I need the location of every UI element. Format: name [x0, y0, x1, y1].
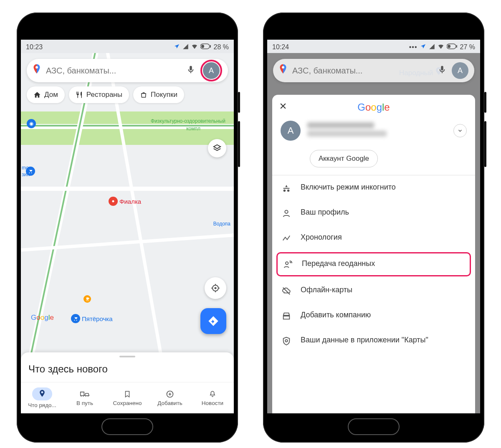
svg-point-7	[215, 287, 217, 289]
search-bar[interactable]: АЗС, банкоматы... А	[27, 59, 228, 82]
poi-shop-icon[interactable]	[26, 167, 35, 176]
directions-icon	[207, 315, 219, 327]
svg-point-14	[285, 210, 288, 213]
svg-point-5	[35, 66, 38, 68]
menu-offline[interactable]: Офлайн-карты	[272, 278, 475, 303]
nav-contribute[interactable]: Добавить	[149, 382, 191, 413]
home-icon	[33, 91, 41, 99]
bottom-nav: Что рядо... В путь Сохранено Добавить Но…	[21, 382, 234, 413]
menu-incognito[interactable]: Включить режим инкогнито	[272, 175, 475, 200]
poi-fialka[interactable]: Фиалка	[109, 197, 141, 206]
directions-button[interactable]	[200, 308, 226, 334]
avatar-highlight: А	[200, 60, 222, 81]
maps-logo-icon	[279, 64, 287, 77]
status-bar: 10:23 28 %	[21, 40, 234, 55]
nav-go[interactable]: В путь	[63, 382, 106, 413]
restaurant-icon	[76, 91, 83, 99]
svg-point-13	[282, 66, 284, 68]
menu-add-business[interactable]: Добавить компанию	[272, 303, 475, 328]
phone-right: 10:24 ••• 27 % Народный	[263, 13, 484, 443]
chevron-down-icon	[457, 128, 463, 134]
sheet-title: Что здесь нового	[28, 363, 226, 375]
status-time: 10:23	[26, 43, 43, 51]
chip-shopping[interactable]: Покупки	[133, 86, 184, 103]
search-placeholder: АЗС, банкоматы...	[292, 66, 433, 76]
bell-icon	[209, 390, 216, 398]
map-label-complex2: компл	[186, 126, 200, 132]
expand-accounts-button[interactable]	[453, 124, 467, 137]
map-label-complex: Физкультурно-оздоровительный	[151, 118, 225, 124]
signal-icon	[429, 43, 435, 51]
locate-button[interactable]	[205, 277, 226, 299]
incognito-icon	[281, 183, 291, 193]
chip-restaurants[interactable]: Рестораны	[69, 86, 129, 103]
sheet-handle[interactable]	[119, 356, 135, 357]
google-logo: Google	[279, 101, 468, 113]
location-icon	[420, 43, 426, 51]
chip-home[interactable]: Дом	[27, 86, 65, 103]
pin-icon	[38, 389, 46, 397]
account-avatar-dim: А	[452, 62, 468, 79]
nav-updates[interactable]: Новости	[191, 382, 234, 413]
shopping-icon	[140, 91, 147, 99]
wifi-icon	[191, 43, 198, 51]
account-row[interactable]: А	[272, 116, 475, 145]
timeline-icon	[281, 233, 291, 243]
poi-blue-pin[interactable]: ◉	[27, 119, 36, 128]
battery-pct: 27 %	[460, 43, 475, 51]
person-icon	[281, 208, 291, 218]
signal-icon	[182, 43, 189, 51]
location-share-icon	[283, 259, 293, 269]
nav-saved[interactable]: Сохранено	[106, 382, 149, 413]
nav-explore[interactable]: Что рядо...	[21, 382, 63, 413]
locate-icon	[210, 283, 220, 293]
menu-timeline[interactable]: Хронология	[272, 225, 475, 251]
mic-icon[interactable]	[186, 65, 195, 76]
location-icon	[174, 43, 180, 51]
layers-button[interactable]	[208, 139, 226, 157]
account-name-blurred	[307, 122, 447, 139]
layers-icon	[213, 144, 222, 153]
battery-pct: 28 %	[214, 43, 229, 51]
bookmark-icon	[124, 390, 131, 398]
status-time: 10:24	[272, 43, 289, 51]
battery-icon	[200, 43, 211, 51]
maps-logo-icon	[33, 64, 41, 77]
battery-icon	[447, 43, 458, 51]
bottom-sheet[interactable]: Что здесь нового	[21, 352, 234, 382]
svg-point-16	[285, 339, 288, 342]
manage-account-button[interactable]: Аккаунт Google	[310, 150, 378, 167]
mic-icon	[438, 65, 447, 76]
category-chips: Дом Рестораны Покупки	[27, 86, 184, 103]
map-label-vodopa: Водопа	[213, 221, 230, 227]
menu-profile[interactable]: Ваш профиль	[272, 200, 475, 225]
svg-rect-10	[448, 45, 450, 48]
poi-cafe-icon[interactable]	[84, 295, 91, 303]
status-bar: 10:24 ••• 27 %	[267, 40, 480, 55]
storefront-icon	[281, 311, 291, 321]
account-sheet: Google А Аккаунт Google	[272, 95, 475, 413]
wifi-icon	[438, 43, 444, 51]
menu-your-data[interactable]: Ваши данные в приложении "Карты"	[272, 328, 475, 353]
screen-right: 10:24 ••• 27 % Народный	[267, 40, 480, 413]
screen-left: 10:23 28 %	[21, 40, 234, 413]
svg-point-4	[112, 200, 114, 202]
svg-rect-2	[210, 45, 211, 48]
account-avatar-button[interactable]: А	[203, 62, 220, 79]
google-watermark: Google	[31, 314, 54, 322]
offline-icon	[281, 286, 291, 296]
add-circle-icon	[166, 390, 174, 398]
commute-icon	[80, 390, 90, 398]
svg-rect-1	[201, 45, 204, 48]
poi-pyaterochka[interactable]: Пятёрочка	[71, 314, 113, 323]
search-placeholder: АЗС, банкоматы...	[46, 66, 181, 76]
search-bar-dim: АЗС, банкоматы... А	[273, 59, 474, 82]
svg-rect-11	[456, 45, 457, 48]
shield-icon	[281, 336, 291, 346]
phone-left: 10:23 28 %	[17, 13, 238, 443]
menu-location-sharing[interactable]: Передача геоданных	[276, 252, 471, 276]
svg-point-15	[286, 262, 288, 264]
account-avatar: А	[281, 121, 301, 141]
